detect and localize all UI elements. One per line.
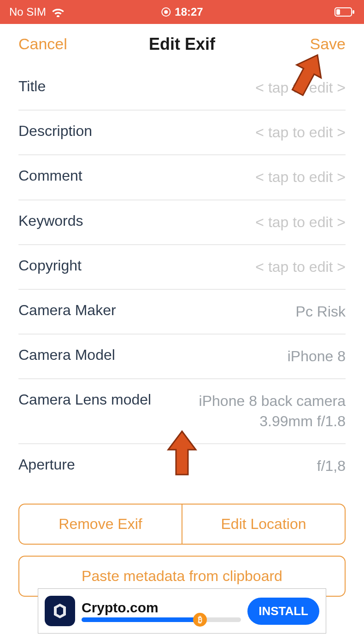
exif-fields: Title < tap to edit > Description < tap … (0, 66, 364, 488)
field-label: Title (18, 78, 46, 95)
field-description[interactable]: Description < tap to edit > (18, 111, 346, 155)
field-value: < tap to edit > (101, 123, 346, 142)
field-title[interactable]: Title < tap to edit > (18, 66, 346, 111)
field-label: Comment (18, 167, 82, 184)
clock-time: 18:27 (175, 6, 203, 18)
field-label: Description (18, 123, 92, 140)
svg-point-1 (164, 10, 168, 14)
status-left: No SIM (9, 6, 65, 18)
field-label: Camera Lens model (18, 391, 151, 408)
battery-icon (335, 7, 355, 17)
field-label: Camera Model (18, 346, 115, 364)
wifi-icon (52, 7, 65, 17)
edit-location-button[interactable]: Edit Location (182, 504, 346, 545)
field-comment[interactable]: Comment < tap to edit > (18, 155, 346, 200)
field-camera-maker[interactable]: Camera Maker Pc Risk (18, 290, 346, 335)
bitcoin-icon: ₿ (193, 613, 207, 627)
field-value: iPhone 8 back camera 3.99mm f/1.8 (160, 391, 346, 431)
status-right (335, 7, 355, 17)
ad-progress-fill (82, 617, 196, 622)
ad-banner[interactable]: Crypto.com ₿ INSTALL (38, 588, 326, 634)
page-title: Edit Exif (149, 35, 215, 54)
field-value: iPhone 8 (124, 346, 346, 366)
field-keywords[interactable]: Keywords < tap to edit > (18, 200, 346, 245)
field-value: < tap to edit > (91, 257, 346, 277)
field-label: Camera Maker (18, 302, 116, 319)
status-center: 18:27 (161, 6, 203, 18)
field-value: < tap to edit > (92, 167, 346, 187)
field-value: < tap to edit > (55, 78, 346, 98)
save-button[interactable]: Save (310, 35, 346, 53)
nav-bar: Cancel Edit Exif Save (0, 24, 364, 66)
field-camera-lens[interactable]: Camera Lens model iPhone 8 back camera 3… (18, 379, 346, 444)
carrier-text: No SIM (9, 6, 46, 18)
remove-exif-button[interactable]: Remove Exif (18, 504, 182, 545)
field-value: < tap to edit > (93, 212, 346, 232)
ad-title: Crypto.com (82, 600, 241, 616)
record-icon (161, 7, 171, 17)
field-label: Aperture (18, 456, 75, 473)
cancel-button[interactable]: Cancel (18, 35, 67, 53)
ad-install-button[interactable]: INSTALL (247, 598, 319, 625)
svg-rect-4 (352, 10, 354, 14)
ad-app-icon (45, 596, 75, 626)
field-aperture[interactable]: Aperture f/1,8 (18, 444, 346, 488)
field-copyright[interactable]: Copyright < tap to edit > (18, 245, 346, 290)
status-bar: No SIM 18:27 (0, 0, 364, 24)
field-label: Copyright (18, 257, 82, 274)
svg-rect-3 (336, 9, 340, 15)
ad-content: Crypto.com ₿ (82, 600, 241, 622)
action-buttons-row: Remove Exif Edit Location (18, 504, 346, 545)
field-camera-model[interactable]: Camera Model iPhone 8 (18, 335, 346, 379)
field-value: Pc Risk (125, 302, 346, 322)
field-value: f/1,8 (84, 456, 346, 476)
ad-progress-bar: ₿ (82, 617, 241, 622)
field-label: Keywords (18, 212, 83, 229)
